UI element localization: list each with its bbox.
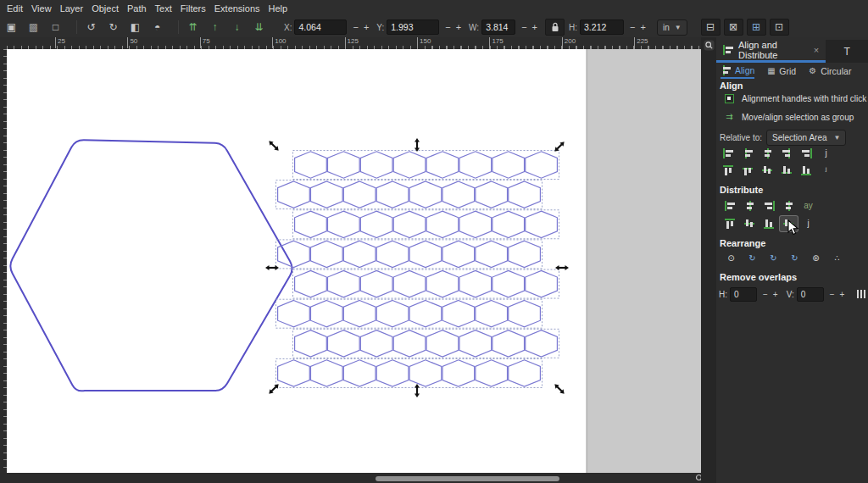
horizontal-scrollbar-thumb[interactable] [376,476,559,481]
rotate-cw-button[interactable]: ↻ [103,19,123,36]
distribute-text-baselines-button[interactable]: j [799,216,817,231]
small-hexagon[interactable] [509,181,541,208]
x-spinner[interactable]: −+ [350,22,371,32]
small-hexagon[interactable] [409,301,442,327]
align-top-edges-to-bottom-anchor-button[interactable] [720,163,737,178]
lower-to-bottom-button[interactable]: ⇊ [249,19,269,36]
bottom-scrollbar-track[interactable] [0,473,716,483]
raise-button[interactable]: ↑ [205,19,225,36]
small-hexagon[interactable] [376,301,409,327]
small-hexagon[interactable] [327,211,359,237]
small-hexagon[interactable] [343,241,376,267]
distribute-text-anchors-horizontal-button[interactable]: ay [799,198,817,214]
exchange-stacking-order-button[interactable]: ↻ [765,251,782,266]
big-hexagon[interactable] [10,140,292,391]
handle-bottom-left[interactable] [267,382,281,396]
small-hexagon[interactable] [327,330,359,357]
vertical-scrollbar-track[interactable] [701,37,716,483]
hexagon-row[interactable] [293,269,559,298]
handle-middle-left[interactable] [265,265,279,270]
menu-item-path[interactable]: Path [127,3,147,14]
hexagon-row[interactable] [276,240,542,269]
small-hexagon[interactable] [360,270,392,297]
align-text-anchors-horizontal-button[interactable]: j [817,146,835,161]
small-hexagon[interactable] [492,330,525,357]
small-hexagon[interactable] [376,241,409,267]
small-hexagon[interactable] [310,181,342,208]
small-hexagon[interactable] [278,301,310,327]
menu-item-help[interactable]: Help [269,3,288,14]
align-top-edges-button[interactable] [739,163,757,178]
drawing-scene[interactable] [7,49,701,473]
small-hexagon[interactable] [442,181,475,208]
small-hexagon[interactable] [393,211,426,237]
menu-item-extensions[interactable]: Extensions [214,3,260,14]
hexagon-row[interactable] [276,180,542,209]
exchange-clockwise-button[interactable]: ↻ [786,251,804,266]
distribute-centers-vertically-button[interactable] [741,216,759,231]
w-spinner[interactable]: −+ [519,22,540,32]
center-on-horizontal-axis-button[interactable] [759,163,776,178]
small-hexagon[interactable] [459,330,492,357]
hexagon-row[interactable] [276,358,542,387]
small-hexagon[interactable] [409,360,442,386]
h-spinner[interactable]: −+ [627,22,648,32]
small-hexagon[interactable] [526,211,558,237]
align-right-edges-button[interactable] [778,146,796,161]
small-hexagon[interactable] [295,270,327,297]
small-hexagon[interactable] [442,301,475,327]
small-hexagon[interactable] [310,360,342,386]
move-as-group-toggle[interactable]: ⇉ Move/align selection as group [725,112,854,122]
small-hexagon[interactable] [343,181,376,208]
center-on-vertical-axis-button[interactable] [759,146,776,161]
small-hexagon[interactable] [360,211,392,237]
small-hexagon[interactable] [476,181,508,208]
h-input[interactable]: 3.212 [580,19,624,35]
small-hexagon[interactable] [376,181,409,208]
menu-item-edit[interactable]: Edit [7,3,23,14]
raise-to-top-button[interactable]: ⇈ [183,19,203,36]
randomize-centers-button[interactable]: ⊛ [807,251,825,266]
y-input[interactable]: 1.993 [387,19,439,35]
select-all-layers-button[interactable]: ▩ [24,19,43,36]
h-gap-field[interactable]: 0 −+ [730,287,781,302]
handle-middle-right[interactable] [555,265,569,270]
small-hexagon[interactable] [509,360,541,386]
small-hexagon[interactable] [476,301,508,327]
distribute-right-edges-button[interactable] [760,198,778,214]
distribute-left-edges-button[interactable] [721,198,739,214]
flip-horizontal-button[interactable]: ◧ [125,19,145,36]
move-patterns-toggle-button[interactable]: ⊡ [770,19,789,36]
x-input[interactable]: 4.064 [294,19,347,35]
align-right-edges-to-left-anchor-button[interactable] [798,146,815,161]
small-hexagon[interactable] [295,211,327,237]
small-hexagon[interactable] [343,360,376,386]
small-hexagon[interactable] [492,211,525,237]
unit-dropdown[interactable]: in ▼ [657,19,687,36]
horizontal-ruler[interactable]: 255075100125150175200225 [7,37,702,49]
small-hexagon[interactable] [492,152,525,178]
subtab-align[interactable]: Align [721,63,754,79]
vertical-ruler[interactable] [0,49,7,473]
menu-item-filters[interactable]: Filters [181,3,206,14]
handle-top-right[interactable] [553,140,566,153]
w-input[interactable]: 3.814 [481,19,515,35]
small-hexagon[interactable] [409,241,442,267]
rotate-ccw-button[interactable]: ↺ [81,19,101,36]
small-hexagon[interactable] [327,270,359,297]
small-hexagon[interactable] [376,360,409,386]
menu-item-text[interactable]: Text [155,3,172,14]
small-hexagon[interactable] [310,301,342,327]
align-text-anchors-vertical-button[interactable]: ʲ [817,163,835,178]
small-hexagon[interactable] [526,330,558,357]
small-hexagon[interactable] [426,330,459,357]
subtab-grid[interactable]: ▦ Grid [766,63,796,79]
small-hexagon[interactable] [278,360,310,386]
scale-corners-toggle-button[interactable]: ⊠ [724,19,743,36]
small-hexagon[interactable] [393,152,426,178]
canvas[interactable] [7,49,701,473]
subtab-circular[interactable]: ⚙ Circular [808,63,851,79]
handle-top-left[interactable] [267,139,281,153]
distribute-bottom-edges-button[interactable] [760,216,778,231]
menu-item-layer[interactable]: Layer [60,3,84,14]
